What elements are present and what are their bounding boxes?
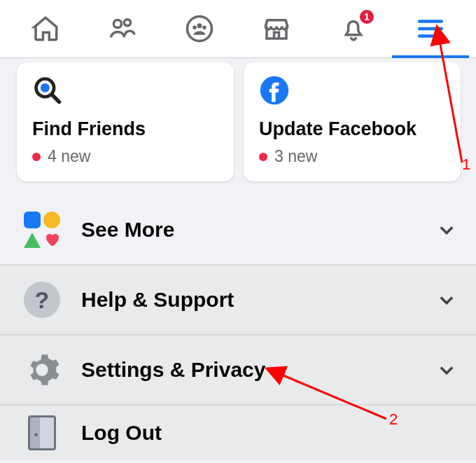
bell-icon: 1 <box>339 14 368 43</box>
tab-notifications[interactable]: 1 <box>315 0 392 57</box>
menu-label: Help & Support <box>81 288 417 312</box>
chevron-down-icon <box>437 290 456 310</box>
card-title: Update Facebook <box>259 118 447 140</box>
card-title: Find Friends <box>32 118 220 140</box>
tab-groups[interactable] <box>161 0 238 57</box>
see-more-icon <box>22 210 62 249</box>
menu-log-out[interactable]: Log Out <box>0 404 476 460</box>
friends-icon <box>108 14 137 43</box>
tab-home[interactable] <box>7 0 84 57</box>
tab-menu[interactable] <box>392 0 469 57</box>
home-icon <box>31 14 60 43</box>
tab-friends[interactable] <box>84 0 161 57</box>
hamburger-icon <box>416 14 445 43</box>
svg-point-0 <box>113 20 121 27</box>
marketplace-icon <box>262 14 291 43</box>
svg-point-3 <box>197 23 202 28</box>
menu-label: Settings & Privacy <box>81 358 417 382</box>
notification-badge: 1 <box>358 8 375 25</box>
svg-point-2 <box>188 17 212 41</box>
card-subtitle: 4 new <box>32 147 220 166</box>
facebook-icon <box>259 75 290 106</box>
top-tab-bar: 1 <box>0 0 476 58</box>
menu-settings-privacy[interactable]: Settings & Privacy <box>0 334 476 404</box>
menu-help-support[interactable]: ? Help & Support <box>0 264 476 334</box>
svg-line-11 <box>52 95 59 102</box>
svg-point-5 <box>202 25 206 29</box>
door-icon <box>22 413 62 452</box>
find-friends-icon <box>32 75 63 106</box>
svg-point-1 <box>124 20 130 26</box>
help-icon: ? <box>22 280 62 319</box>
chevron-down-icon <box>437 220 456 240</box>
menu-see-more[interactable]: See More <box>0 195 476 264</box>
new-indicator-dot <box>32 153 41 161</box>
groups-icon <box>185 14 214 43</box>
gear-icon <box>22 350 62 389</box>
menu-label: See More <box>81 218 417 242</box>
card-update-facebook[interactable]: Update Facebook 3 new <box>244 62 461 181</box>
tab-marketplace[interactable] <box>238 0 315 57</box>
chevron-down-icon <box>437 360 456 380</box>
svg-point-4 <box>192 25 197 29</box>
new-indicator-dot <box>259 153 267 161</box>
menu-label: Log Out <box>81 421 456 445</box>
svg-point-10 <box>41 83 50 92</box>
card-sub-text: 4 new <box>48 147 90 166</box>
card-sub-text: 3 new <box>274 147 317 166</box>
card-subtitle: 3 new <box>259 147 447 166</box>
shortcut-cards-row: Find Friends 4 new Update Facebook 3 new <box>0 58 476 195</box>
card-find-friends[interactable]: Find Friends 4 new <box>17 62 234 181</box>
